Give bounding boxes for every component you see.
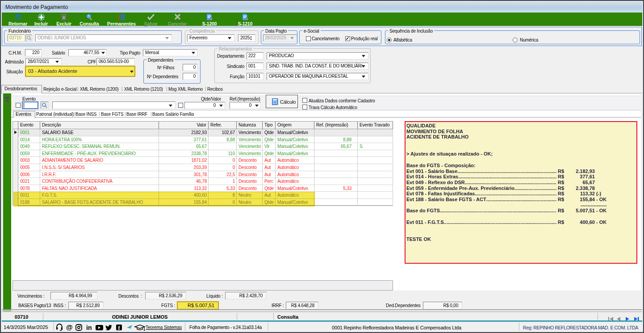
svg-text:@: @ xyxy=(66,323,73,331)
svg-text:in: in xyxy=(86,324,92,331)
